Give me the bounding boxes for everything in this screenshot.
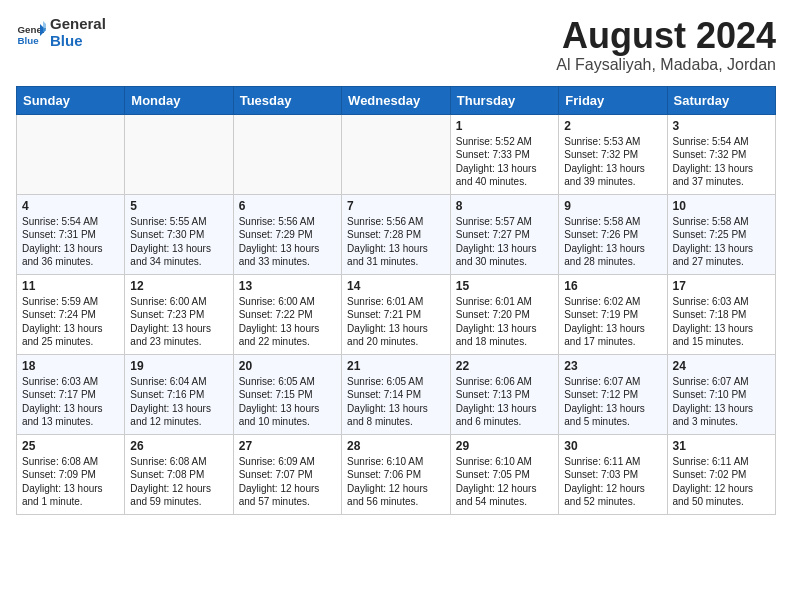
calendar-cell: 21Sunrise: 6:05 AM Sunset: 7:14 PM Dayli… (342, 354, 451, 434)
day-number: 20 (239, 359, 336, 373)
calendar-cell: 27Sunrise: 6:09 AM Sunset: 7:07 PM Dayli… (233, 434, 341, 514)
day-info: Sunrise: 5:54 AM Sunset: 7:31 PM Dayligh… (22, 215, 119, 269)
calendar-cell: 13Sunrise: 6:00 AM Sunset: 7:22 PM Dayli… (233, 274, 341, 354)
calendar-cell: 18Sunrise: 6:03 AM Sunset: 7:17 PM Dayli… (17, 354, 125, 434)
day-number: 18 (22, 359, 119, 373)
weekday-header-saturday: Saturday (667, 86, 776, 114)
day-number: 9 (564, 199, 661, 213)
day-info: Sunrise: 6:02 AM Sunset: 7:19 PM Dayligh… (564, 295, 661, 349)
calendar-cell: 16Sunrise: 6:02 AM Sunset: 7:19 PM Dayli… (559, 274, 667, 354)
calendar-cell: 12Sunrise: 6:00 AM Sunset: 7:23 PM Dayli… (125, 274, 233, 354)
weekday-header-friday: Friday (559, 86, 667, 114)
day-info: Sunrise: 6:01 AM Sunset: 7:21 PM Dayligh… (347, 295, 445, 349)
calendar-week-4: 18Sunrise: 6:03 AM Sunset: 7:17 PM Dayli… (17, 354, 776, 434)
calendar-cell: 31Sunrise: 6:11 AM Sunset: 7:02 PM Dayli… (667, 434, 776, 514)
svg-text:Blue: Blue (18, 34, 40, 45)
day-number: 14 (347, 279, 445, 293)
day-info: Sunrise: 6:10 AM Sunset: 7:06 PM Dayligh… (347, 455, 445, 509)
day-number: 31 (673, 439, 771, 453)
calendar-cell: 22Sunrise: 6:06 AM Sunset: 7:13 PM Dayli… (450, 354, 558, 434)
day-info: Sunrise: 5:53 AM Sunset: 7:32 PM Dayligh… (564, 135, 661, 189)
calendar-cell (233, 114, 341, 194)
day-info: Sunrise: 6:03 AM Sunset: 7:18 PM Dayligh… (673, 295, 771, 349)
weekday-header-wednesday: Wednesday (342, 86, 451, 114)
day-number: 23 (564, 359, 661, 373)
calendar-cell: 28Sunrise: 6:10 AM Sunset: 7:06 PM Dayli… (342, 434, 451, 514)
calendar-cell: 29Sunrise: 6:10 AM Sunset: 7:05 PM Dayli… (450, 434, 558, 514)
calendar-cell: 10Sunrise: 5:58 AM Sunset: 7:25 PM Dayli… (667, 194, 776, 274)
logo-blue-text: Blue (50, 33, 106, 50)
day-info: Sunrise: 6:00 AM Sunset: 7:22 PM Dayligh… (239, 295, 336, 349)
calendar-cell: 20Sunrise: 6:05 AM Sunset: 7:15 PM Dayli… (233, 354, 341, 434)
day-info: Sunrise: 6:10 AM Sunset: 7:05 PM Dayligh… (456, 455, 553, 509)
day-number: 17 (673, 279, 771, 293)
calendar-cell: 15Sunrise: 6:01 AM Sunset: 7:20 PM Dayli… (450, 274, 558, 354)
day-number: 24 (673, 359, 771, 373)
day-info: Sunrise: 6:00 AM Sunset: 7:23 PM Dayligh… (130, 295, 227, 349)
day-info: Sunrise: 6:05 AM Sunset: 7:14 PM Dayligh… (347, 375, 445, 429)
day-number: 6 (239, 199, 336, 213)
weekday-header-sunday: Sunday (17, 86, 125, 114)
day-number: 22 (456, 359, 553, 373)
day-number: 29 (456, 439, 553, 453)
day-number: 1 (456, 119, 553, 133)
day-info: Sunrise: 5:52 AM Sunset: 7:33 PM Dayligh… (456, 135, 553, 189)
day-info: Sunrise: 5:58 AM Sunset: 7:25 PM Dayligh… (673, 215, 771, 269)
day-info: Sunrise: 6:08 AM Sunset: 7:08 PM Dayligh… (130, 455, 227, 509)
page-header: General Blue General Blue August 2024 Al… (16, 16, 776, 74)
weekday-header-tuesday: Tuesday (233, 86, 341, 114)
day-info: Sunrise: 6:11 AM Sunset: 7:02 PM Dayligh… (673, 455, 771, 509)
calendar-week-1: 1Sunrise: 5:52 AM Sunset: 7:33 PM Daylig… (17, 114, 776, 194)
day-info: Sunrise: 5:59 AM Sunset: 7:24 PM Dayligh… (22, 295, 119, 349)
day-number: 27 (239, 439, 336, 453)
day-info: Sunrise: 6:07 AM Sunset: 7:12 PM Dayligh… (564, 375, 661, 429)
calendar-cell: 11Sunrise: 5:59 AM Sunset: 7:24 PM Dayli… (17, 274, 125, 354)
day-info: Sunrise: 6:09 AM Sunset: 7:07 PM Dayligh… (239, 455, 336, 509)
day-number: 19 (130, 359, 227, 373)
day-info: Sunrise: 6:03 AM Sunset: 7:17 PM Dayligh… (22, 375, 119, 429)
day-info: Sunrise: 5:56 AM Sunset: 7:28 PM Dayligh… (347, 215, 445, 269)
main-title: August 2024 (556, 16, 776, 56)
day-info: Sunrise: 6:07 AM Sunset: 7:10 PM Dayligh… (673, 375, 771, 429)
weekday-header-thursday: Thursday (450, 86, 558, 114)
title-block: August 2024 Al Faysaliyah, Madaba, Jorda… (556, 16, 776, 74)
calendar-cell: 23Sunrise: 6:07 AM Sunset: 7:12 PM Dayli… (559, 354, 667, 434)
day-number: 13 (239, 279, 336, 293)
day-info: Sunrise: 6:08 AM Sunset: 7:09 PM Dayligh… (22, 455, 119, 509)
day-number: 16 (564, 279, 661, 293)
calendar-week-2: 4Sunrise: 5:54 AM Sunset: 7:31 PM Daylig… (17, 194, 776, 274)
calendar-week-3: 11Sunrise: 5:59 AM Sunset: 7:24 PM Dayli… (17, 274, 776, 354)
calendar-cell: 3Sunrise: 5:54 AM Sunset: 7:32 PM Daylig… (667, 114, 776, 194)
calendar-cell (342, 114, 451, 194)
day-number: 28 (347, 439, 445, 453)
day-number: 21 (347, 359, 445, 373)
calendar-cell (125, 114, 233, 194)
weekday-header-monday: Monday (125, 86, 233, 114)
calendar-cell: 5Sunrise: 5:55 AM Sunset: 7:30 PM Daylig… (125, 194, 233, 274)
day-info: Sunrise: 6:06 AM Sunset: 7:13 PM Dayligh… (456, 375, 553, 429)
calendar-cell: 26Sunrise: 6:08 AM Sunset: 7:08 PM Dayli… (125, 434, 233, 514)
day-number: 8 (456, 199, 553, 213)
day-info: Sunrise: 6:01 AM Sunset: 7:20 PM Dayligh… (456, 295, 553, 349)
day-info: Sunrise: 6:04 AM Sunset: 7:16 PM Dayligh… (130, 375, 227, 429)
day-number: 2 (564, 119, 661, 133)
calendar-week-5: 25Sunrise: 6:08 AM Sunset: 7:09 PM Dayli… (17, 434, 776, 514)
logo-general-text: General (50, 16, 106, 33)
calendar-cell: 7Sunrise: 5:56 AM Sunset: 7:28 PM Daylig… (342, 194, 451, 274)
calendar-cell: 1Sunrise: 5:52 AM Sunset: 7:33 PM Daylig… (450, 114, 558, 194)
day-info: Sunrise: 5:58 AM Sunset: 7:26 PM Dayligh… (564, 215, 661, 269)
calendar-cell (17, 114, 125, 194)
logo: General Blue General Blue (16, 16, 106, 49)
calendar-cell: 25Sunrise: 6:08 AM Sunset: 7:09 PM Dayli… (17, 434, 125, 514)
day-number: 4 (22, 199, 119, 213)
day-info: Sunrise: 5:57 AM Sunset: 7:27 PM Dayligh… (456, 215, 553, 269)
day-number: 12 (130, 279, 227, 293)
day-number: 5 (130, 199, 227, 213)
subtitle: Al Faysaliyah, Madaba, Jordan (556, 56, 776, 74)
calendar-cell: 6Sunrise: 5:56 AM Sunset: 7:29 PM Daylig… (233, 194, 341, 274)
day-number: 15 (456, 279, 553, 293)
day-info: Sunrise: 5:56 AM Sunset: 7:29 PM Dayligh… (239, 215, 336, 269)
calendar-cell: 24Sunrise: 6:07 AM Sunset: 7:10 PM Dayli… (667, 354, 776, 434)
day-info: Sunrise: 6:11 AM Sunset: 7:03 PM Dayligh… (564, 455, 661, 509)
calendar-cell: 8Sunrise: 5:57 AM Sunset: 7:27 PM Daylig… (450, 194, 558, 274)
